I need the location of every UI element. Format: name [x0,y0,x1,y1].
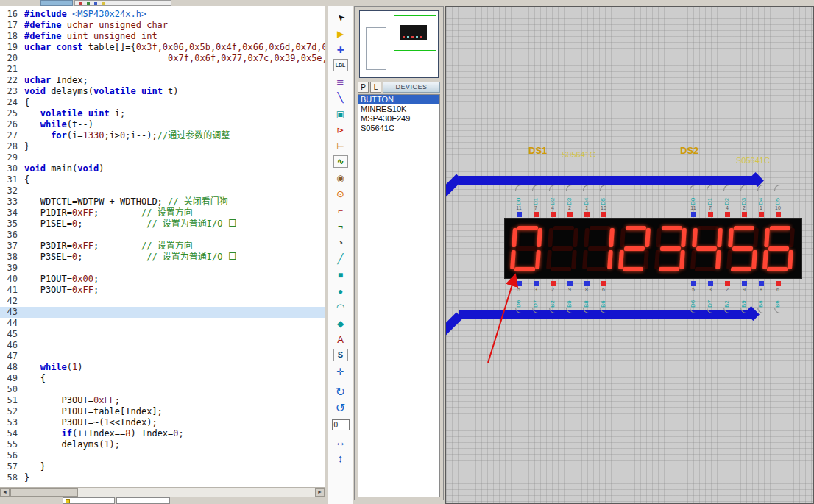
code-line[interactable]: 34 P1DIR=0xFF; // 设置方向 [0,207,325,219]
code-lines: 16#include <MSP430x24x.h>17#define uchar… [0,6,325,483]
voltage-probe-icon[interactable]: ⌐ [332,203,350,218]
scroll-right-button[interactable]: ► [315,488,325,497]
bottom-status-box[interactable] [116,497,170,504]
scroll-thumb[interactable] [10,488,78,497]
code-line[interactable]: 21 [0,64,325,75]
code-line[interactable]: 25 volatile uint i; [0,108,325,119]
code-line[interactable]: 48 while(1) [0,362,325,373]
line-number: 36 [0,230,18,241]
2d-symbol-icon[interactable]: S [333,349,348,361]
code-line[interactable]: 57 } [0,461,325,472]
code-line[interactable]: 47 [0,351,325,362]
code-line[interactable]: 24{ [0,97,325,108]
top-toolbar-fragment[interactable] [74,0,171,6]
code-line[interactable]: 22uchar Index; [0,75,325,86]
2d-text-icon[interactable]: A [332,333,350,347]
line-number: 32 [0,185,18,196]
mirror-vertical-icon[interactable]: ↕ [332,451,350,466]
code-line[interactable]: 35 P1SEL=0; // 设置为普通I/O 口 [0,219,325,230]
code-line[interactable]: 26 while(t--) [0,119,325,130]
component-mode-icon[interactable]: ▶ [332,26,350,41]
editor-hscrollbar[interactable]: ◄ ► [0,487,325,497]
code-line[interactable]: 49 { [0,373,325,384]
device-list-item[interactable]: BUTTON [358,95,439,104]
2d-marker-icon[interactable]: ✛ [332,364,350,379]
code-line[interactable]: 54 if(++Index==8) Index=0; [0,428,325,439]
code-line[interactable]: 41 P3OUT=0xFF; [0,285,325,296]
terminals-icon[interactable]: ⊳ [332,123,350,138]
bottom-status-box[interactable] [63,497,115,504]
code-line[interactable]: 45 [0,329,325,340]
code-line[interactable]: 42 [0,296,325,307]
line-number: 56 [0,450,18,461]
schematic-canvas[interactable]: DS1 S05641C DS2 S05641C D011D17D24D32D41… [445,6,814,504]
overview-chip-pin [407,36,409,38]
text-script-icon[interactable]: ≣ [332,74,350,89]
code-line[interactable]: 50 [0,384,325,395]
device-pins-icon[interactable]: ⊢ [332,139,350,154]
code-line[interactable]: 44 [0,318,325,329]
device-list-item[interactable]: S05641C [358,124,439,133]
code-editor[interactable]: 16#include <MSP430x24x.h>17#define uchar… [0,6,325,487]
code-line[interactable]: 56 [0,450,325,461]
mirror-horizontal-icon[interactable]: ↔ [332,435,350,450]
code-line[interactable]: 52 P1OUT=table[Index]; [0,406,325,417]
code-line[interactable]: 46 [0,340,325,351]
code-line[interactable]: 28} [0,141,325,152]
code-line[interactable]: 53 P3OUT=~(1<<Index); [0,417,325,428]
line-number: 41 [0,285,18,296]
line-number: 46 [0,340,18,351]
line-number: 28 [0,141,18,152]
code-line[interactable]: 37 P3DIR=0xFF; // 设置方向 [0,241,325,252]
annotation-arrow[interactable] [446,7,813,503]
code-line[interactable]: 33 WDTCTL=WDTPW + WDTHOLD; // 关闭看门狗 [0,196,325,207]
code-line[interactable]: 36 [0,230,325,241]
2d-box-icon[interactable]: ■ [332,268,350,283]
code-line[interactable]: 29 [0,152,325,163]
2d-circle-icon[interactable]: ● [332,284,350,299]
rotation-angle-input[interactable]: 0 [332,419,350,430]
devices-header: DEVICES [383,82,440,93]
2d-line-icon[interactable]: ╱ [332,252,350,266]
pick-devices-button[interactable]: P [358,82,369,93]
code-line[interactable]: 55 delayms(1); [0,439,325,450]
code-line[interactable]: 58} [0,472,325,483]
generator-mode-icon[interactable]: ⊙ [332,187,350,202]
code-line[interactable]: 31{ [0,174,325,185]
code-line[interactable]: 18#define uint unsigned int [0,31,325,42]
device-list-item[interactable]: MSP430F249 [358,114,439,124]
device-list-item[interactable]: MINRES10K [358,104,439,114]
2d-path-icon[interactable]: ◆ [332,316,350,331]
code-line[interactable]: 40 P1OUT=0x00; [0,274,325,285]
code-line[interactable]: 16#include <MSP430x24x.h> [0,9,325,20]
code-line[interactable]: 32 [0,185,325,196]
subcircuit-icon[interactable]: ▣ [332,107,350,121]
code-line[interactable]: 19uchar const table[]={0x3f,0x06,0x5b,0x… [0,42,325,53]
tape-recorder-icon[interactable]: ◉ [332,171,350,185]
code-line[interactable]: 27 for(i=1330;i>0;i--);//通过参数的调整 [0,130,325,141]
top-tab-fragment[interactable] [40,0,73,6]
code-line[interactable]: 20 0x7f,0x6f,0x77,0x7c,0x39,0x5e, [0,53,325,64]
code-line[interactable]: 23void delayms(volatile uint t) [0,86,325,97]
2d-arc-icon[interactable]: ◠ [332,300,350,315]
graph-mode-icon[interactable]: ∿ [333,155,348,168]
rotate-clockwise-icon[interactable]: ↻ [332,385,350,400]
overview-window[interactable] [359,10,439,78]
code-line[interactable]: 39 [0,263,325,274]
selection-pointer-icon[interactable]: ➤ [329,6,352,29]
line-number: 53 [0,417,18,428]
code-line[interactable]: 17#define uchar unsigned char [0,20,325,31]
code-line[interactable]: 43 [0,307,325,318]
object-selector-panel: P L DEVICES BUTTONMINRES10KMSP430F249S05… [354,6,444,500]
code-line[interactable]: 51 P3OUT=0xFF; [0,395,325,406]
rotate-anticlockwise-icon[interactable]: ↺ [332,401,350,416]
code-line[interactable]: 38 P3SEL=0; // 设置为普通I/O 口 [0,252,325,263]
junction-dot-icon[interactable]: ✚ [332,43,350,57]
current-probe-icon[interactable]: ¬ [332,219,350,234]
code-line[interactable]: 30void main(void) [0,163,325,174]
scroll-left-button[interactable]: ◄ [0,488,10,497]
buses-icon[interactable]: ╲ [332,90,350,105]
virtual-instruments-icon[interactable]: ◔ [332,235,350,250]
wire-label-icon[interactable]: LBL [333,59,348,71]
library-button[interactable]: L [370,82,381,93]
